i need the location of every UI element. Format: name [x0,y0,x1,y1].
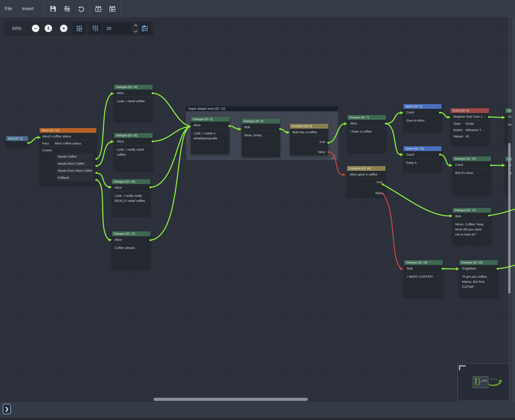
node-dialogue-17[interactable]: Dialogue [ID: 17]BobMmm. Coffee. Now,wha… [453,208,491,245]
node-header-dialogue-3[interactable]: Dialogue [ID: 3] [191,117,229,122]
node-dialogue-text: Wow. Great. [242,131,280,139]
case-needs-more-coffee[interactable]: Needs More Coffee [56,160,93,167]
node-dialogue-26[interactable]: Dialogue [ID: 26]AliceLook, I really rea… [112,179,150,216]
node-dialogue-3[interactable]: Dialogue [ID: 3]AliceLook. I made awhatd… [191,117,229,154]
node-header-dialogue-14[interactable]: Dialogue [ID: 14] [453,156,491,161]
node-character: Carol [403,151,441,158]
node-option-8[interactable]: Option [ID: 8]CarolGive to Alice. [403,104,441,132]
node-character: Englebert [459,265,498,272]
node-dialogue-20[interactable]: Dialogue [ID: 20]EnglebertI'll get you c… [459,260,498,298]
play-dialogue-button[interactable] [94,5,103,13]
start-node-body [6,141,28,146]
node-header-action-9[interactable]: Action [ID: 9] [451,108,489,113]
node-dialogue-text: I NEED COFFEE! [404,272,443,280]
node-header-match-23[interactable]: Match [ID: 23] [40,128,96,133]
node-character: Alice [112,184,150,191]
node-character: Carol [453,161,491,168]
branch-false: false [375,191,382,195]
menubar-separator [120,2,121,15]
dialogue-line: Give to Alice. [406,118,439,123]
spinner-up-icon[interactable] [134,24,137,26]
graph-canvas[interactable]: Super dooper ones [ID: 22] Start [ID: 1]… [0,0,515,420]
node-dialogue-14[interactable]: Dialogue [ID: 14]CarolBut it's mine. [453,156,491,195]
vertical-scrollbar-thumb[interactable] [508,143,511,293]
zoom-out-button[interactable]: − [32,25,39,32]
node-condition-16[interactable]: Condition [ID: 16]Alice gave a coffeetru… [347,166,386,197]
case-fallback[interactable]: Fallback [56,175,93,181]
node-header-dialogue-7[interactable]: Dialogue [ID: 7] [347,115,386,120]
node-dialogue-4[interactable]: Dialogue [ID: 4]BobWow. Great. [242,119,280,157]
spinner-down-icon[interactable] [134,30,137,32]
node-dialogue-27[interactable]: Dialogue [ID: 27]AliceCoffee please. [112,231,150,269]
node-header-dialogue-17[interactable]: Dialogue [ID: 17] [453,208,491,213]
node-header-dialogue-20[interactable]: Dialogue [ID: 20] [459,260,498,265]
node-dialogue-25[interactable]: Dialogue [ID: 25]AliceLook, I really nee… [114,133,153,171]
node-dialogue-text: Look, I really needcoffee. [114,145,153,158]
node-dialogue-text: I'll get you coffee,Mama. But first,CATN… [459,272,498,291]
minimap[interactable] [457,363,510,401]
node-field-label: Action: [453,127,465,133]
node-character: Alice gave a coffee [347,171,386,178]
horizontal-scrollbar-thumb[interactable] [154,398,308,401]
node-character: Alice's coffee status [40,133,96,140]
node-field-row: Values:4h [451,133,489,139]
zoom-reset-button[interactable]: 1 [45,25,52,32]
node-header-dialogue-27[interactable]: Dialogue [ID: 27] [112,231,150,236]
node-dialogue-7[interactable]: Dialogue [ID: 7]AliceI have a coffee. [347,115,386,152]
dialogue-line: Mmm. Coffee. Now, [455,222,488,227]
node-character: Alice [191,122,229,129]
minimap-corner-bracket [460,366,466,370]
node-field-label: Type: [453,120,465,127]
node-header-dialogue-19[interactable]: Dialogue [ID: 19] [404,260,443,265]
node-header-condition-6[interactable]: Condition [ID: 6] [290,124,328,129]
menu-file[interactable]: File [5,0,12,17]
snap-guides-icon [91,25,99,32]
dialogue-line: But it's mine. [455,170,488,175]
node-character: Alice [347,120,386,127]
case-needs-coffee[interactable]: Needs Coffee [56,153,93,160]
minimap-toggle[interactable] [139,22,151,35]
node-header-dialogue-24[interactable]: Dialogue [ID: 24] [114,85,153,90]
node-header-start-1[interactable]: Start [ID: 1] [6,136,28,141]
undo-button[interactable] [77,5,85,13]
node-match-23[interactable]: Match [ID: 23]Alice's coffee statusFact:… [40,128,96,185]
node-start-1[interactable]: Start [ID: 1] [6,136,28,147]
node-divider [349,178,383,178]
node-action-9[interactable]: Action [ID: 9]Register that Clue 1…Type:… [451,108,489,145]
snap-grid-toggle[interactable] [73,22,85,35]
node-header-option-13[interactable]: Option [ID: 13] [403,146,441,151]
new-dialogue-button[interactable] [108,5,117,13]
node-dialogue-text: Look, I need coffee. [114,97,153,105]
node-header-dialogue-26[interactable]: Dialogue [ID: 26] [112,179,150,184]
node-field-value: Alice coffee status [54,141,81,145]
node-field-row: Fact:Alice coffee status [40,140,96,146]
node-dialogue-24[interactable]: Dialogue [ID: 24]AliceLook, I need coffe… [114,85,153,122]
arrange-nodes-icon [64,6,70,12]
expand-panel-button[interactable]: ❯ [3,404,11,414]
case-needs-even-more-coffee[interactable]: Needs Even More Coffee [56,168,93,174]
node-character: Alice [112,236,150,243]
snap-guides-toggle[interactable] [89,22,101,35]
node-character: Register that Clue 1… [451,113,489,120]
node-header-dialogue-4[interactable]: Dialogue [ID: 4] [242,119,280,124]
branch-true: true [320,139,325,144]
node-option-13[interactable]: Option [ID: 13]CarolKeep it. [403,146,441,172]
save-button[interactable] [49,5,57,13]
dialogue-line: CATNIP. [462,284,495,289]
undo-icon [78,6,84,12]
node-condition-6[interactable]: Condition [ID: 6]Bob has a coffeetruefal… [290,124,328,156]
node-header-condition-16[interactable]: Condition [ID: 16] [347,166,386,171]
menu-insert[interactable]: Insert [22,0,34,17]
node-header-option-8[interactable]: Option [ID: 8] [403,104,441,109]
zoom-in-button[interactable]: + [60,25,67,32]
snap-distance-input[interactable]: 20 [103,23,132,34]
node-header-dialogue-25[interactable]: Dialogue [ID: 25] [114,133,153,138]
menubar-separator [45,2,45,15]
node-field-value: Advance T… [465,128,485,132]
node-dialogue-text: Coffee please. [112,243,150,252]
arrange-nodes-button[interactable] [63,5,71,13]
dialogue-line: I'll get you coffee, [462,274,495,279]
node-dialogue-19[interactable]: Dialogue [ID: 19]BobI NEED COFFEE! [404,260,443,298]
node-field-label: Values: [453,133,465,139]
snap-distance-spinner[interactable] [133,23,138,34]
